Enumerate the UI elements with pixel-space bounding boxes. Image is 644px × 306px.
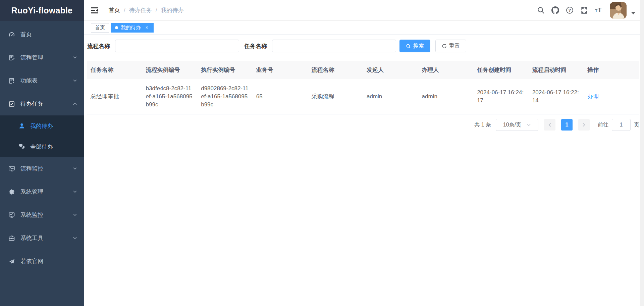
goto-page-input[interactable] <box>612 119 631 131</box>
page-number-1[interactable]: 1 <box>561 119 573 131</box>
cell-process-started: 2024-06-17 16:22:14 <box>529 79 584 114</box>
sidebar-collapse-icon[interactable] <box>91 7 99 14</box>
search-button[interactable]: 搜索 <box>399 40 430 52</box>
tags-view-bar: 首页 我的待办 × <box>84 21 644 35</box>
sidebar-item-system-tools[interactable]: 系统工具 <box>0 226 84 250</box>
chevron-down-icon <box>527 123 531 127</box>
sidebar: RuoYi-flowable 首页 流程管理 功能表 <box>0 0 84 306</box>
user-icon <box>18 122 25 129</box>
cell-execution-id: d9802869-2c82-11ef-a165-1a568095b99c <box>198 79 253 114</box>
task-name-label: 任务名称 <box>244 42 267 50</box>
col-execution-id: 执行实例编号 <box>198 61 253 79</box>
breadcrumb-separator: / <box>156 7 157 14</box>
sidebar-item-label: 全部待办 <box>30 143 53 151</box>
close-icon[interactable]: × <box>144 25 150 31</box>
breadcrumb-my-todo: 我的待办 <box>161 6 183 14</box>
col-initiator: 发起人 <box>363 61 419 79</box>
tag-home[interactable]: 首页 <box>91 23 109 33</box>
chevron-down-icon <box>73 79 77 83</box>
sidebar-item-label: 首页 <box>20 31 32 38</box>
sidebar-item-label: 我的待办 <box>30 122 53 130</box>
sidebar-item-my-todo[interactable]: 我的待办 <box>0 115 84 136</box>
sidebar-item-process-monitor[interactable]: 流程监控 <box>0 157 84 180</box>
navbar-right-tools: ? TT <box>530 2 635 19</box>
process-edit-icon <box>8 54 15 61</box>
active-dot <box>115 26 118 29</box>
app-logo: RuoYi-flowable <box>0 0 84 21</box>
sidebar-item-all-todo[interactable]: 全部待办 <box>0 136 84 157</box>
col-assignee: 办理人 <box>419 61 474 79</box>
sidebar-item-system-monitor[interactable]: 系统监控 <box>0 203 84 226</box>
gear-icon <box>8 189 15 195</box>
process-name-input[interactable] <box>115 40 239 52</box>
monitor-wave-icon <box>8 165 15 172</box>
fullscreen-icon[interactable] <box>580 6 588 14</box>
dashboard-icon <box>8 31 15 38</box>
tag-label: 首页 <box>95 24 105 31</box>
github-icon[interactable] <box>551 6 559 14</box>
cell-task-created: 2024-06-17 16:24:17 <box>474 79 529 114</box>
next-page-button[interactable] <box>578 119 590 131</box>
chevron-down-icon <box>73 213 77 217</box>
sidebar-menu: 首页 流程管理 功能表 待办任务 <box>0 21 84 273</box>
toolbox-icon <box>8 235 15 242</box>
todo-submenu: 我的待办 全部待办 <box>0 115 84 157</box>
sidebar-item-home[interactable]: 首页 <box>0 23 84 46</box>
goto-label: 前往 <box>598 121 608 129</box>
cell-business-key: 65 <box>253 79 308 114</box>
sidebar-item-todo-tasks[interactable]: 待办任务 <box>0 92 84 115</box>
reset-button[interactable]: 重置 <box>435 40 466 52</box>
sidebar-item-label: 流程监控 <box>20 165 43 172</box>
handle-task-link[interactable]: 办理 <box>587 93 599 100</box>
chevron-down-icon <box>73 190 77 194</box>
task-name-input[interactable] <box>272 40 396 52</box>
table-header-row: 任务名称 流程实例编号 执行实例编号 业务号 流程名称 发起人 办理人 任务创建… <box>87 61 639 79</box>
svg-text:T: T <box>595 9 597 13</box>
page-unit-label: 页 <box>634 121 639 129</box>
sidebar-item-menu-form[interactable]: 功能表 <box>0 69 84 92</box>
monitor-chart-icon <box>8 212 15 218</box>
pagination: 共 1 条 10条/页 1 前往 页 <box>87 119 639 131</box>
breadcrumb: 首页 / 待办任务 / 我的待办 <box>109 6 183 14</box>
question-icon[interactable]: ? <box>566 6 574 14</box>
search-icon[interactable] <box>537 6 545 14</box>
tag-label: 我的待办 <box>121 24 141 31</box>
cell-initiator: admin <box>363 79 419 114</box>
search-form: 流程名称 任务名称 搜索 重置 <box>87 40 639 52</box>
user-avatar[interactable] <box>610 2 627 19</box>
sidebar-item-official-site[interactable]: 若依官网 <box>0 250 84 273</box>
col-task-created: 任务创建时间 <box>474 61 529 79</box>
cell-process-name: 采购流程 <box>308 79 363 114</box>
chevron-up-icon <box>73 102 77 106</box>
sidebar-item-process-management[interactable]: 流程管理 <box>0 46 84 69</box>
breadcrumb-todo-tasks: 待办任务 <box>129 6 152 14</box>
todo-table: 任务名称 流程实例编号 执行实例编号 业务号 流程名称 发起人 办理人 任务创建… <box>87 61 639 114</box>
page-scrollbar[interactable] <box>640 0 644 306</box>
total-count: 共 1 条 <box>474 121 491 129</box>
caret-down-icon <box>631 12 635 14</box>
refresh-icon <box>442 44 447 49</box>
main-area: 首页 / 待办任务 / 我的待办 ? TT <box>84 0 644 306</box>
sidebar-item-label: 若依官网 <box>20 257 43 265</box>
chevron-right-icon <box>582 122 586 127</box>
chevron-left-icon <box>547 122 552 127</box>
todo-checkbox-icon <box>8 101 15 107</box>
sidebar-item-label: 系统工具 <box>20 234 43 242</box>
top-navbar: 首页 / 待办任务 / 我的待办 ? TT <box>84 0 644 21</box>
breadcrumb-home[interactable]: 首页 <box>109 6 120 14</box>
sidebar-item-system-management[interactable]: 系统管理 <box>0 180 84 203</box>
prev-page-button[interactable] <box>544 119 555 131</box>
font-size-icon[interactable]: TT <box>595 6 602 14</box>
col-process-instance-id: 流程实例编号 <box>143 61 198 79</box>
tag-my-todo[interactable]: 我的待办 × <box>111 23 154 33</box>
sidebar-item-label: 系统监控 <box>20 211 43 219</box>
user-menu[interactable] <box>610 2 635 19</box>
paper-plane-icon <box>8 258 15 265</box>
messages-icon <box>18 143 25 150</box>
col-actions: 操作 <box>584 61 639 79</box>
page-content: 流程名称 任务名称 搜索 重置 任务名称 流程实例 <box>84 35 644 306</box>
breadcrumb-separator: / <box>124 7 125 14</box>
col-task-name: 任务名称 <box>87 61 143 79</box>
page-size-select[interactable]: 10条/页 <box>496 119 538 131</box>
col-business-key: 业务号 <box>253 61 308 79</box>
